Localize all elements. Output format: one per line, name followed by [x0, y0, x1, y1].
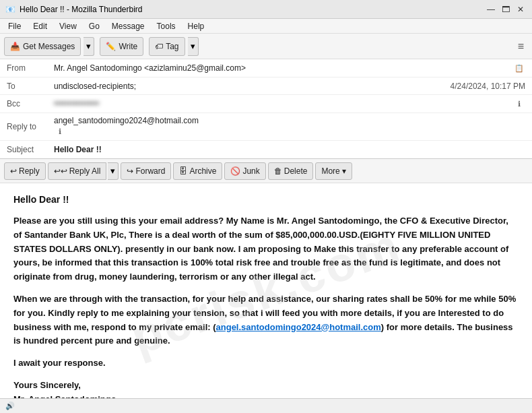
- title-bar-left: 📧 Hello Dear !! - Mozilla Thunderbird: [5, 5, 143, 14]
- forward-icon: ↪: [127, 166, 133, 176]
- main-toolbar: 📥 Get Messages ▾ ✏️ Write 🏷 Tag ▾ ≡: [0, 34, 532, 59]
- maximize-button[interactable]: 🗖: [500, 3, 512, 15]
- to-label: To: [7, 82, 54, 91]
- signature-line-2: Mr. Angel Santodomingo: [13, 394, 117, 398]
- bcc-value: ••••••••••••••••: [54, 99, 513, 108]
- header-bcc-row: Bcc •••••••••••••••• ℹ: [0, 95, 532, 113]
- reply-all-icon: ↩↩: [54, 166, 67, 176]
- contact-book-icon-btn[interactable]: 📋: [513, 62, 525, 74]
- more-button[interactable]: More ▾: [315, 162, 352, 180]
- header-subject-row: Subject Hello Dear !!: [0, 141, 532, 158]
- to-value: undisclosed-recipients;: [54, 82, 451, 91]
- email-paragraph-2: When we are through with the transaction…: [13, 292, 519, 348]
- menu-go[interactable]: Go: [84, 20, 105, 32]
- email-link[interactable]: angel.santodomingo2024@hotmail.com: [216, 322, 381, 332]
- replyto-info-icon-btn[interactable]: ℹ: [54, 125, 66, 137]
- bcc-label: Bcc: [7, 99, 54, 108]
- subject-label: Subject: [7, 145, 54, 154]
- reply-icon: ↩: [10, 166, 17, 176]
- get-messages-dropdown[interactable]: ▾: [84, 37, 94, 56]
- title-bar-controls: — 🗖 ✕: [485, 3, 527, 15]
- menu-help[interactable]: Help: [182, 20, 210, 32]
- menu-tools[interactable]: Tools: [152, 20, 181, 32]
- title-bar: 📧 Hello Dear !! - Mozilla Thunderbird — …: [0, 0, 532, 19]
- email-paragraph-1: Please are you still using this your ema…: [13, 214, 519, 284]
- email-signature: Yours Sincerely, Mr. Angel Santodomingo …: [13, 379, 519, 398]
- junk-label: Junk: [242, 166, 259, 176]
- header-to-row: To undisclosed-recipients; 4/24/2024, 10…: [0, 77, 532, 95]
- tag-label: Tag: [166, 42, 178, 51]
- email-action-bar: ↩ Reply ↩↩ Reply All ▾ ↪ Forward 🗄 Archi…: [0, 159, 532, 183]
- tag-icon: 🏷: [155, 42, 163, 51]
- write-icon: ✏️: [106, 42, 116, 51]
- email-paragraph-3: I await your response.: [13, 356, 519, 371]
- junk-button[interactable]: 🚫 Junk: [224, 162, 265, 180]
- email-subject-display: Hello Dear !!: [13, 194, 519, 205]
- minimize-button[interactable]: —: [485, 3, 497, 15]
- get-messages-button[interactable]: 📥 Get Messages: [4, 37, 81, 56]
- from-actions: 📋: [513, 62, 525, 74]
- archive-label: Archive: [189, 166, 216, 176]
- menu-file[interactable]: File: [3, 20, 26, 32]
- forward-label: Forward: [135, 166, 165, 176]
- email-content: Please are you still using this your ema…: [13, 214, 519, 398]
- hamburger-menu-button[interactable]: ≡: [514, 38, 528, 55]
- header-from-row: From Mr. Angel Santodomingo <azizlaminu2…: [0, 59, 532, 77]
- menu-view[interactable]: View: [54, 20, 82, 32]
- tag-dropdown[interactable]: ▾: [188, 37, 199, 56]
- status-bar: 🔊: [0, 398, 532, 413]
- from-value: Mr. Angel Santodomingo <azizlaminu25@gma…: [54, 63, 509, 73]
- write-label: Write: [119, 42, 137, 51]
- archive-icon: 🗄: [179, 166, 187, 176]
- email-headers: From Mr. Angel Santodomingo <azizlaminu2…: [0, 59, 532, 159]
- more-label: More: [321, 166, 339, 176]
- reply-all-button[interactable]: ↩↩ Reply All: [48, 162, 107, 180]
- subject-value: Hello Dear !!: [54, 145, 525, 154]
- more-dropdown-icon: ▾: [342, 166, 346, 176]
- email-date: 4/24/2024, 10:17 PM: [451, 82, 525, 91]
- get-messages-label: Get Messages: [23, 42, 75, 51]
- write-button[interactable]: ✏️ Write: [100, 37, 143, 56]
- replyto-value: angel_santodomingo2024@hotmail.com ℹ: [54, 116, 525, 137]
- app-icon: 📧: [5, 5, 15, 14]
- signature-line-1: Yours Sincerely,: [13, 380, 81, 390]
- archive-button[interactable]: 🗄 Archive: [173, 162, 222, 180]
- window-title: Hello Dear !! - Mozilla Thunderbird: [20, 5, 143, 14]
- reply-label: Reply: [19, 166, 40, 176]
- get-messages-icon: 📥: [10, 42, 20, 51]
- reply-button[interactable]: ↩ Reply: [4, 162, 46, 180]
- delete-label: Delete: [284, 166, 308, 176]
- reply-all-label: Reply All: [69, 166, 101, 176]
- bcc-info-icon-btn[interactable]: ℹ: [513, 98, 525, 110]
- reply-all-dropdown[interactable]: ▾: [108, 162, 119, 180]
- menu-bar: File Edit View Go Message Tools Help: [0, 19, 532, 34]
- email-body: pcrisk.com Hello Dear !! Please are you …: [0, 183, 532, 398]
- from-label: From: [7, 63, 54, 73]
- menu-message[interactable]: Message: [106, 20, 150, 32]
- replyto-label: Reply to: [7, 122, 54, 131]
- menu-edit[interactable]: Edit: [28, 20, 53, 32]
- forward-button[interactable]: ↪ Forward: [121, 162, 171, 180]
- junk-icon: 🚫: [230, 166, 240, 176]
- speaker-icon: 🔊: [5, 402, 15, 410]
- tag-button[interactable]: 🏷 Tag: [149, 37, 185, 56]
- header-replyto-row: Reply to angel_santodomingo2024@hotmail.…: [0, 113, 532, 141]
- close-button[interactable]: ✕: [514, 3, 527, 15]
- delete-icon: 🗑: [274, 166, 282, 176]
- delete-button[interactable]: 🗑 Delete: [268, 162, 314, 180]
